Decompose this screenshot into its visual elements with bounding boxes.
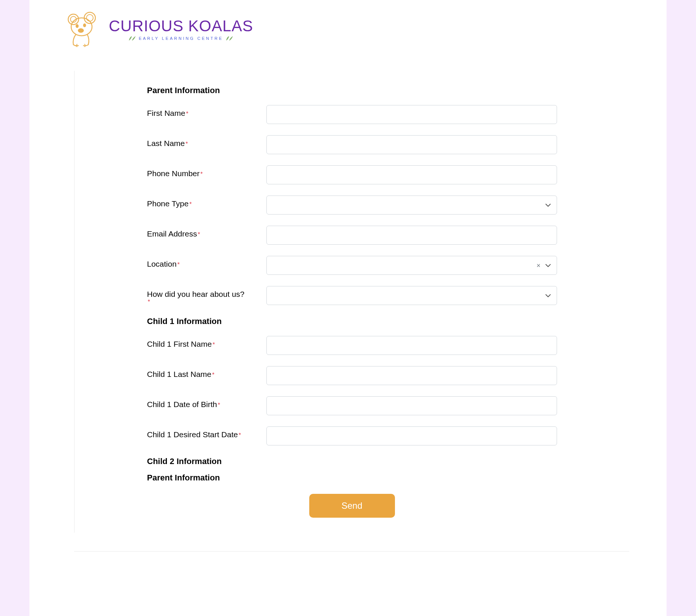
required-star: * [212,342,215,348]
row-first-name: First Name* [147,105,557,124]
required-star: * [200,171,203,177]
svg-point-4 [71,18,92,36]
child1-last-name-input[interactable] [266,366,557,385]
label-phone-type: Phone Type [147,199,189,208]
svg-point-5 [76,24,79,28]
clear-icon[interactable]: × [537,261,541,269]
brand-tagline-wrapper: EARLY LEARNING CENTRE [128,35,234,41]
svg-point-3 [86,15,93,21]
row-phone-type: Phone Type* [147,196,557,215]
row-location: Location* × [147,256,557,275]
label-child1-dob: Child 1 Date of Birth [147,400,217,409]
child1-start-date-input[interactable] [266,426,557,445]
required-star: * [198,231,200,238]
svg-point-7 [78,28,84,33]
leaf-left-icon [128,35,136,41]
label-child1-last-name: Child 1 Last Name [147,370,212,378]
form-wrapper: Parent Information First Name* Last Name… [74,71,629,533]
required-star: * [238,432,241,438]
required-star: * [148,299,150,305]
required-star: * [177,261,180,268]
leaf-right-icon [225,35,234,41]
row-phone-number: Phone Number* [147,165,557,184]
how-heard-select[interactable] [266,286,557,305]
child2-info-heading: Child 2 Information [147,457,557,466]
first-name-input[interactable] [266,105,557,124]
form-inner: Parent Information First Name* Last Name… [140,86,564,518]
label-child1-start-date: Child 1 Desired Start Date [147,430,238,439]
koala-icon [67,11,106,48]
svg-point-6 [83,23,86,27]
header: CURIOUS KOALAS EARLY LEARNING CENTRE [67,11,629,48]
label-first-name: First Name [147,109,186,117]
logo[interactable]: CURIOUS KOALAS EARLY LEARNING CENTRE [67,11,253,48]
required-star: * [212,372,214,378]
row-child1-start-date: Child 1 Desired Start Date* [147,426,557,445]
child1-first-name-input[interactable] [266,336,557,355]
row-last-name: Last Name* [147,135,557,154]
location-select[interactable] [266,256,557,275]
required-star: * [186,141,188,147]
parent-info-heading-2: Parent Information [147,473,557,483]
phone-type-select[interactable] [266,196,557,215]
child1-info-heading: Child 1 Information [147,317,557,326]
required-star: * [218,402,220,408]
row-child1-dob: Child 1 Date of Birth* [147,396,557,415]
required-star: * [189,201,192,207]
row-child1-first-name: Child 1 First Name* [147,336,557,355]
last-name-input[interactable] [266,135,557,154]
required-star: * [186,111,188,117]
brand-name: CURIOUS KOALAS [109,18,253,34]
email-input[interactable] [266,226,557,245]
send-button[interactable]: Send [309,494,395,518]
footer-divider [74,551,629,552]
parent-info-heading: Parent Information [147,86,557,95]
row-child1-last-name: Child 1 Last Name* [147,366,557,385]
label-child1-first-name: Child 1 First Name [147,340,212,348]
row-email: Email Address* [147,226,557,245]
label-phone-number: Phone Number [147,169,200,178]
label-location: Location [147,260,177,268]
brand-text: CURIOUS KOALAS EARLY LEARNING CENTRE [109,18,253,41]
label-last-name: Last Name [147,139,185,147]
label-how-heard: How did you hear about us? [147,290,245,298]
row-how-heard: How did you hear about us?* [147,286,557,305]
child1-dob-input[interactable] [266,396,557,415]
svg-point-0 [68,14,79,25]
page-container: CURIOUS KOALAS EARLY LEARNING CENTRE Par… [29,0,667,616]
label-email: Email Address [147,229,197,238]
phone-number-input[interactable] [266,165,557,184]
brand-tagline-text: EARLY LEARNING CENTRE [139,36,223,41]
